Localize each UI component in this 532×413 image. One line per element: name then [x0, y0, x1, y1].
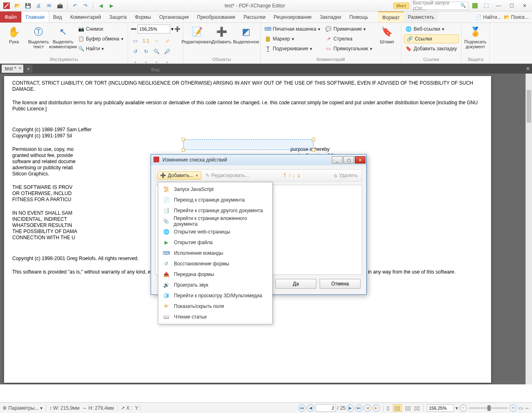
vertical-scrollbar[interactable]	[525, 74, 532, 384]
document-tab[interactable]: test *✕	[2, 65, 23, 73]
ui-options-icon[interactable]: 🟩	[470, 1, 480, 10]
tab-format[interactable]: Формат	[378, 11, 404, 22]
cancel-button[interactable]: Отмена	[320, 279, 361, 289]
first-page-icon[interactable]: ⏮	[298, 404, 306, 412]
zoom-rect-icon[interactable]: 🔍	[152, 47, 162, 56]
prev-page-icon[interactable]: ◀	[307, 404, 314, 412]
dd-play-sound[interactable]: 🔊Проиграть звук	[158, 280, 272, 290]
zoom-out-icon[interactable]: ➖	[131, 26, 137, 32]
rotate-cw-icon[interactable]: ↻	[141, 47, 151, 56]
tab-bookmarks[interactable]: Закладки	[316, 11, 345, 22]
hand-tool-button[interactable]: ✋Рука	[2, 25, 25, 45]
close-button[interactable]: ✕	[519, 2, 530, 10]
dd-execute-command[interactable]: ⌨Исполнение команды	[158, 248, 272, 258]
status-zoom-input[interactable]	[427, 404, 454, 412]
close-all-tabs-icon[interactable]: ✕	[524, 66, 532, 72]
print-icon[interactable]: 🖨	[34, 1, 43, 10]
tab-protect[interactable]: Защита	[105, 11, 131, 22]
mail-icon[interactable]: ✉	[44, 1, 54, 10]
rotate-ccw-icon[interactable]: ↺	[131, 47, 140, 56]
note-button[interactable]: 💬Примечание▾	[324, 25, 374, 34]
find-button[interactable]: 📄Найти...	[476, 14, 501, 20]
maximize-button[interactable]: ☐	[506, 2, 517, 10]
dd-open-web[interactable]: 🌐Открытие web-страницы	[158, 227, 272, 237]
select-text-button[interactable]: ⓉВыделить текст	[27, 25, 50, 50]
move-up-icon[interactable]: ↑	[289, 173, 291, 178]
fit-page-button[interactable]: ▭	[518, 405, 523, 411]
dd-submit-form[interactable]: 📤Передача формы	[158, 269, 272, 280]
tab-arrange[interactable]: Разместить	[404, 11, 438, 22]
options-button[interactable]: ⚙ Параметры... ▾	[2, 405, 43, 411]
fit-visible-icon[interactable]: ⤢	[162, 36, 172, 46]
fit-width-button[interactable]: ↔	[525, 405, 530, 411]
fit-width-icon[interactable]: ↔	[152, 36, 162, 46]
selected-content-button[interactable]: ◩Выделенное	[235, 25, 258, 45]
move-top-icon[interactable]: ⤒	[283, 173, 287, 178]
nav-fwd-icon[interactable]: ►	[372, 404, 380, 412]
add-bookmark-button[interactable]: 🔖Добавить закладку	[404, 44, 459, 53]
quick-launch-input[interactable]: Быстрый запуск (Ctrl... 🔍	[411, 2, 468, 10]
underline-button[interactable]: T̲Подчеркивание▾	[263, 44, 322, 53]
view-a-icon[interactable]: ▫	[131, 57, 140, 67]
tab-organize[interactable]: Организация	[155, 11, 193, 22]
view-d-icon[interactable]: ▫	[162, 57, 172, 67]
weblinks-button[interactable]: 🌐Веб-ссылки ▾	[404, 25, 459, 34]
zoom-dropdown-icon[interactable]: ▾	[171, 26, 174, 32]
close-tab-icon[interactable]: ✕	[18, 66, 22, 70]
dd-reset-form[interactable]: ↺Восстановление формы	[158, 258, 272, 269]
nav-back-icon[interactable]: ◀	[96, 1, 106, 10]
dialog-maximize-button[interactable]: ▢	[343, 156, 354, 164]
move-down-icon[interactable]: ↓	[293, 173, 295, 178]
dd-show-hide-field[interactable]: 👁Показать/скрыть поле	[158, 301, 272, 312]
scan-icon[interactable]: 📠	[55, 1, 65, 10]
clipboard-button[interactable]: 📋Буфер обмена ▾	[76, 34, 125, 43]
arrow-button[interactable]: ↗Стрелка	[324, 34, 374, 43]
tab-view[interactable]: Вид	[49, 11, 66, 22]
dd-goto-page[interactable]: 📄Переход к странице документа	[158, 195, 272, 205]
fit-page-icon[interactable]: ▭	[131, 36, 140, 46]
layout-facing-contig-icon[interactable]: ▯▯	[414, 405, 420, 411]
dialog-close-button[interactable]: ✕	[355, 156, 365, 164]
delete-action-button[interactable]: ⦸Удалить	[331, 172, 360, 179]
stamp-button[interactable]: 🔖Штамп	[376, 25, 399, 45]
add-content-button[interactable]: ➕Добавить	[210, 25, 233, 45]
add-action-button[interactable]: ➕Добавить...▼	[157, 171, 201, 180]
edit-content-button[interactable]: 📝Редактировать	[186, 25, 209, 45]
dd-run-javascript[interactable]: 📜Запуск JavaScript	[158, 184, 272, 195]
open-icon[interactable]: 📂	[12, 1, 22, 10]
find-tool-button[interactable]: 🔍Найти ▾	[76, 44, 125, 53]
zoom-in-icon[interactable]: ➕	[174, 26, 180, 32]
actual-size-icon[interactable]: 1:1	[141, 36, 151, 46]
loupe-icon[interactable]: 🔎	[162, 47, 172, 56]
layout-contig-icon[interactable]: ▯▯	[393, 404, 402, 412]
layout-facing-icon[interactable]: ▯▯	[405, 405, 411, 411]
layout-single-icon[interactable]: ▯	[387, 405, 390, 411]
tab-home[interactable]: Главная	[21, 11, 49, 22]
sign-button[interactable]: 🏅Подписать документ	[464, 25, 487, 50]
zoom-slider[interactable]	[469, 407, 508, 409]
typewriter-button[interactable]: ⌨Печатная машинка▾	[263, 25, 322, 34]
link-selection-box[interactable]	[183, 139, 313, 150]
marker-button[interactable]: ▇Маркер▾	[263, 34, 322, 43]
tab-forms[interactable]: Формы	[131, 11, 155, 22]
zoom-out-button[interactable]: −	[460, 404, 467, 412]
dd-open-file[interactable]: ▶Открытие файла	[158, 237, 272, 248]
page-number-input[interactable]	[316, 404, 336, 412]
zoom-in-button[interactable]: +	[509, 404, 517, 412]
add-tab-button[interactable]: +	[24, 65, 32, 73]
file-tab[interactable]: Файл	[0, 11, 21, 22]
next-page-icon[interactable]: ▶	[347, 404, 354, 412]
move-bottom-icon[interactable]: ⤓	[297, 173, 301, 178]
dd-read-article[interactable]: 📖Чтение статьи	[158, 312, 272, 322]
links-button[interactable]: 🔗Ссылки	[404, 34, 459, 43]
search-button[interactable]: 📂Поиск...	[504, 14, 529, 20]
fullscreen-icon[interactable]: ⛶	[481, 1, 491, 10]
snapshot-button[interactable]: 📷Снимок	[76, 25, 125, 34]
tab-review[interactable]: Рецензирование	[270, 11, 316, 22]
app-icon[interactable]	[2, 1, 11, 10]
undo-icon[interactable]: ↶	[70, 1, 80, 10]
dialog-titlebar[interactable]: Изменение списка действий _ ▢ ✕	[151, 155, 366, 165]
redo-icon[interactable]: ↷	[81, 1, 90, 10]
tab-comment[interactable]: Комментарий	[66, 11, 105, 22]
tab-help[interactable]: Помощь	[345, 11, 372, 22]
